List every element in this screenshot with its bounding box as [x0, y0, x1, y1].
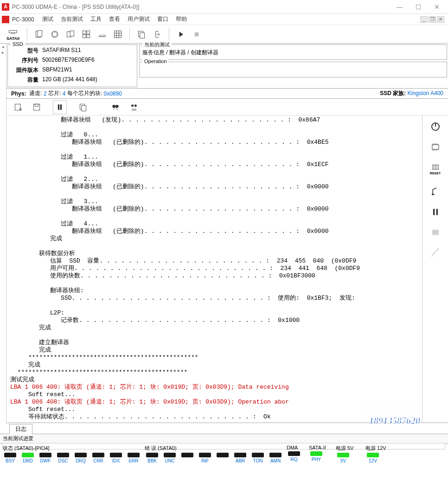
- svg-rect-15: [33, 104, 39, 110]
- svg-rect-30: [436, 209, 437, 215]
- grid-icon[interactable]: [111, 27, 125, 41]
- svg-point-32: [437, 249, 439, 250]
- led-RQ: RQ: [286, 451, 302, 462]
- tool-4-icon[interactable]: [79, 27, 93, 41]
- menu-current-test[interactable]: 当前测试: [57, 15, 87, 23]
- phys-info-row: Phys: 通道: 2 芯片: 4 每个芯片的块: 0x0890 SSD 家族:…: [6, 89, 448, 99]
- progress-label: 当前测试进度: [3, 436, 33, 441]
- mdi-restore-button[interactable]: ❐: [429, 16, 436, 23]
- sata0-button[interactable]: SATA0: [4, 27, 22, 41]
- channel-value: 2: [44, 90, 47, 97]
- content-area: ****************************************…: [6, 115, 448, 423]
- svg-rect-2: [38, 30, 42, 36]
- settings-icon[interactable]: [429, 246, 442, 259]
- mdi-minimize-button[interactable]: _: [420, 16, 428, 23]
- current-test-panel: 当前的测试 服务信息 / 翻译器 / 创建翻译器 Operation: [139, 45, 447, 87]
- svg-rect-8: [83, 34, 86, 38]
- svg-point-21: [112, 105, 115, 108]
- progress-section: 当前测试进度: [0, 434, 448, 444]
- firmware-label: 固件版本: [11, 66, 38, 74]
- chevron-right-icon[interactable]: ▸: [0, 50, 6, 55]
- pause2-icon[interactable]: [429, 205, 442, 218]
- svg-rect-13: [195, 32, 198, 36]
- chip-value: 4: [63, 90, 66, 97]
- tab-log[interactable]: 日志: [9, 424, 32, 434]
- ruler-icon[interactable]: [95, 27, 109, 41]
- minimize-button[interactable]: —: [390, 0, 409, 13]
- find-next-icon[interactable]: [127, 100, 141, 114]
- led-ERR: ERR: [125, 453, 142, 463]
- copy-icon[interactable]: [134, 27, 148, 41]
- led-IDX: IDX: [108, 453, 124, 463]
- window-titlebar: A PC-3000 UDMA-E - China - [PS SSD Utili…: [0, 0, 448, 14]
- main-toolbar: SATA0: [0, 25, 448, 44]
- copy-log-icon[interactable]: [76, 100, 90, 114]
- led-TON: TON: [250, 453, 266, 463]
- capacity-value: 120 GB (234 441 648): [42, 76, 97, 84]
- log-output[interactable]: ****************************************…: [6, 115, 422, 423]
- app-icon: A: [2, 3, 9, 11]
- led-AMN: AMN: [267, 453, 284, 463]
- serial-value: 50026B7E79E0E9F6: [42, 57, 95, 64]
- chip-icon[interactable]: [48, 27, 62, 41]
- menu-window[interactable]: 窗口: [154, 15, 172, 23]
- menu-view[interactable]: 查看: [105, 15, 124, 23]
- serial-label: 序列号: [11, 57, 38, 64]
- led-DRQ: DRQ: [72, 453, 89, 463]
- svg-rect-0: [9, 30, 17, 32]
- app-name: PC-3000: [12, 16, 34, 23]
- window-title: PC-3000 UDMA-E - China - [PS SSD Utility…: [12, 4, 390, 10]
- led-DWF: DWF: [37, 453, 54, 463]
- firmware-value: SBFM21W1: [42, 66, 72, 74]
- led-INF: INF: [197, 453, 213, 463]
- play-button[interactable]: [174, 27, 188, 41]
- svg-rect-7: [87, 31, 90, 34]
- phys-label: Phys:: [11, 90, 26, 97]
- menu-tools[interactable]: 工具: [87, 15, 105, 23]
- mdi-close-button[interactable]: ✕: [437, 16, 444, 23]
- led-ABR: ABR: [232, 453, 249, 463]
- svg-rect-29: [433, 209, 435, 215]
- right-toolbar: RESET: [422, 115, 448, 423]
- tool-1-icon[interactable]: [32, 27, 46, 41]
- chip-label: 芯片:: [48, 90, 61, 97]
- chevron-left-icon[interactable]: ◂: [0, 45, 6, 49]
- svg-rect-20: [82, 105, 86, 111]
- led-BSY: BSY: [2, 453, 19, 463]
- blocks-label: 每个芯片的块:: [67, 90, 102, 97]
- maximize-button[interactable]: ☐: [409, 0, 428, 13]
- save-file-icon[interactable]: [30, 100, 44, 114]
- led-12V: 12V: [365, 453, 381, 463]
- ssd-family-label: SSD 家族:: [380, 90, 406, 96]
- led-UNC: UNC: [161, 453, 178, 463]
- status-strip: 状态 (SATA0)-[PIO4]BSYDRDDWFDSCDRQCRRIDXER…: [0, 444, 448, 469]
- led-5V: 5V: [335, 453, 352, 463]
- stop-button[interactable]: [190, 27, 204, 41]
- chip3-icon[interactable]: [429, 226, 442, 239]
- open-file-icon[interactable]: [11, 100, 25, 114]
- find-icon[interactable]: [109, 100, 122, 114]
- led-blank: [214, 453, 231, 463]
- led-PHY: PHY: [308, 451, 325, 462]
- svg-point-28: [432, 193, 434, 195]
- menu-help[interactable]: 帮助: [172, 15, 191, 23]
- tool-3-icon[interactable]: [64, 27, 77, 41]
- reset-button[interactable]: RESET: [429, 161, 442, 178]
- exit-icon[interactable]: [150, 27, 164, 41]
- close-button[interactable]: ✕: [428, 0, 446, 13]
- model-label: 型号: [11, 47, 38, 55]
- svg-rect-26: [432, 145, 439, 149]
- power-icon[interactable]: [429, 120, 442, 133]
- pause-button[interactable]: [53, 100, 67, 114]
- channel-label: 通道:: [29, 90, 42, 97]
- chip2-icon[interactable]: [429, 141, 442, 154]
- menu-test[interactable]: 测试: [38, 15, 57, 23]
- led-CRR: CRR: [90, 453, 107, 463]
- switch-icon[interactable]: [429, 185, 442, 198]
- menu-user-test[interactable]: 用户测试: [124, 15, 154, 23]
- svg-rect-31: [432, 230, 439, 235]
- svg-rect-12: [140, 32, 145, 38]
- ssd-family-value: Kingston A400: [408, 90, 443, 96]
- ssd-info-panel: SSD 型号SATAFIRM S11 序列号50026B7E79E0E9F6 固…: [7, 45, 137, 87]
- capacity-label: 容量: [11, 76, 38, 84]
